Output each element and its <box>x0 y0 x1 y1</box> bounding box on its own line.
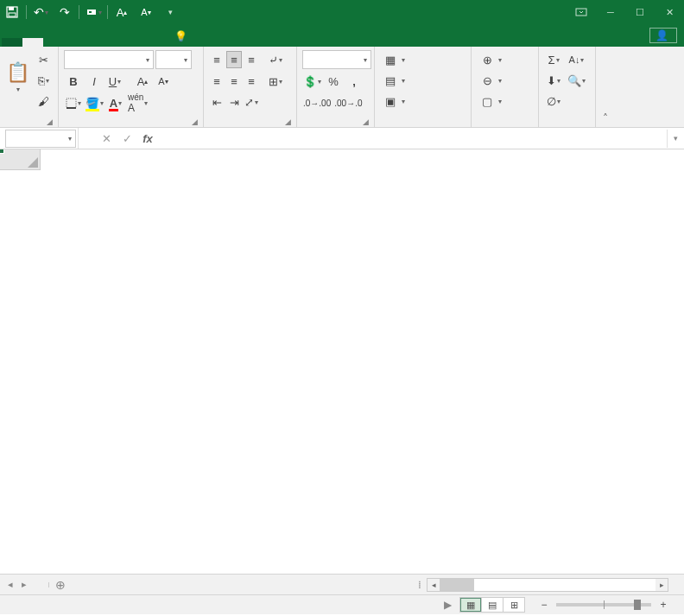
insert-function-button[interactable]: fx <box>137 130 158 148</box>
name-box[interactable]: ▾ <box>5 130 76 148</box>
dialog-launcher[interactable]: ◢ <box>285 117 291 126</box>
split-handle[interactable]: ⁞ <box>418 579 421 591</box>
redo-button[interactable]: ↷ <box>53 0 77 24</box>
cells-grid[interactable] <box>41 170 684 574</box>
save-button[interactable] <box>0 0 24 24</box>
dialog-launcher[interactable]: ◢ <box>47 117 53 126</box>
format-painter-button[interactable]: 🖌 <box>34 92 53 111</box>
share-button[interactable]: 👤 <box>649 28 677 43</box>
zoom-slider[interactable] <box>556 603 651 606</box>
clear-button[interactable]: ∅▾ <box>544 92 563 111</box>
paste-button[interactable]: 📋 ▾ <box>3 48 32 105</box>
formula-bar-row: ▾ ✕ ✓ fx ▾ <box>0 128 684 149</box>
dialog-launcher[interactable]: ◢ <box>192 117 198 126</box>
number-format-combo[interactable]: ▾ <box>302 50 371 69</box>
font-decrease-button[interactable]: A▾ <box>154 72 173 91</box>
normal-view-button[interactable]: ▦ <box>459 597 482 613</box>
sheet-tab-ellipsis[interactable] <box>35 582 49 587</box>
find-select-button[interactable]: 🔍▾ <box>567 71 586 90</box>
comma-button[interactable]: , <box>345 72 364 91</box>
tab-file[interactable] <box>2 38 22 47</box>
accounting-button[interactable]: 💲▾ <box>302 72 322 91</box>
svg-rect-1 <box>9 7 14 10</box>
insert-cells-button[interactable]: ⊕▾ <box>477 50 505 69</box>
font-increase-qat[interactable]: A▴ <box>110 0 134 24</box>
tell-me[interactable]: 💡 <box>168 27 634 47</box>
touch-mode-button[interactable]: ▾ <box>81 0 105 24</box>
delete-cells-button[interactable]: ⊖▾ <box>477 71 505 90</box>
italic-button[interactable]: I <box>85 72 104 91</box>
tab-layout[interactable] <box>64 38 85 47</box>
minimize-button[interactable]: ─ <box>596 0 625 24</box>
align-bottom-button[interactable]: ≡ <box>244 51 259 68</box>
tab-data[interactable] <box>105 38 126 47</box>
tab-review[interactable] <box>126 38 147 47</box>
phonetic-button[interactable]: wénA▾ <box>127 93 149 112</box>
sort-filter-button[interactable]: A↓▾ <box>567 50 586 69</box>
collapse-ribbon-button[interactable]: ˄ <box>596 47 615 127</box>
expand-formula-bar-button[interactable]: ▾ <box>667 130 684 148</box>
ribbon-options-button[interactable] <box>567 0 596 24</box>
align-top-button[interactable]: ≡ <box>209 51 225 68</box>
conditional-format-button[interactable]: ▦▾ <box>380 50 408 69</box>
close-button[interactable]: ✕ <box>655 0 684 24</box>
tab-formulas[interactable] <box>85 38 105 47</box>
qat-customize[interactable]: ▾ <box>158 0 182 24</box>
sheet-nav[interactable]: ◂▸ <box>0 579 35 590</box>
fill-color-button[interactable]: 🪣▾ <box>85 93 104 112</box>
tab-insert[interactable] <box>43 38 64 47</box>
zoom-out-button[interactable]: − <box>537 599 551 611</box>
tab-home[interactable] <box>22 38 43 47</box>
group-clipboard: 📋 ▾ ✂ ⎘▾ 🖌 ◢ <box>0 47 59 127</box>
bold-button[interactable]: B <box>64 72 83 91</box>
wrap-text-button[interactable]: ⤶▾ <box>266 50 285 69</box>
align-center-button[interactable]: ≡ <box>226 73 242 90</box>
cancel-formula-button[interactable]: ✕ <box>96 130 117 148</box>
scroll-thumb[interactable] <box>440 579 474 591</box>
indent-increase-button[interactable]: ⇥ <box>226 93 242 111</box>
font-decrease-qat[interactable]: A▾ <box>134 0 158 24</box>
horizontal-scrollbar[interactable]: ◂ ▸ <box>427 578 668 592</box>
align-middle-button[interactable]: ≡ <box>226 51 242 68</box>
scroll-right-button[interactable]: ▸ <box>656 579 668 591</box>
format-as-table-button[interactable]: ▤▾ <box>380 71 408 90</box>
scroll-left-button[interactable]: ◂ <box>428 579 440 591</box>
page-layout-view-button[interactable]: ▤ <box>481 597 504 613</box>
border-button[interactable]: ▾ <box>64 93 83 112</box>
new-sheet-button[interactable]: ⊕ <box>49 578 72 592</box>
font-size-combo[interactable]: ▾ <box>155 50 192 69</box>
macro-record-icon[interactable]: ▶ <box>444 599 452 611</box>
format-cells-button[interactable]: ▢▾ <box>477 92 505 111</box>
increase-decimal-button[interactable]: .0→.00 <box>302 93 332 112</box>
enter-formula-button[interactable]: ✓ <box>117 130 137 148</box>
maximize-button[interactable]: ☐ <box>625 0 655 24</box>
format-icon: ▢ <box>480 94 494 108</box>
align-left-button[interactable]: ≡ <box>209 73 225 90</box>
percent-button[interactable]: % <box>324 72 343 91</box>
bulb-icon: 💡 <box>174 30 187 42</box>
font-name-combo[interactable]: ▾ <box>64 50 154 69</box>
page-break-view-button[interactable]: ⊞ <box>503 597 525 613</box>
align-right-button[interactable]: ≡ <box>244 73 259 90</box>
delete-icon: ⊖ <box>480 73 494 87</box>
cell-styles-button[interactable]: ▣▾ <box>380 92 408 111</box>
tab-view[interactable] <box>147 38 168 47</box>
copy-button[interactable]: ⎘▾ <box>34 71 53 90</box>
fill-button[interactable]: ⬇▾ <box>544 71 563 90</box>
group-cells: ⊕▾ ⊖▾ ▢▾ <box>472 47 539 127</box>
orientation-button[interactable]: ⤢▾ <box>244 93 259 111</box>
indent-decrease-button[interactable]: ⇤ <box>209 93 225 111</box>
decrease-decimal-button[interactable]: .00→.0 <box>333 93 363 112</box>
undo-button[interactable]: ↶▾ <box>28 0 53 24</box>
zoom-in-button[interactable]: + <box>656 599 670 611</box>
dialog-launcher[interactable]: ◢ <box>363 117 369 126</box>
cut-button[interactable]: ✂ <box>34 50 53 69</box>
font-increase-button[interactable]: A▴ <box>133 72 152 91</box>
merge-button[interactable]: ⊞▾ <box>266 72 285 91</box>
autosum-button[interactable]: Σ▾ <box>544 50 563 69</box>
share-icon: 👤 <box>656 29 668 41</box>
formula-input[interactable] <box>158 130 667 148</box>
underline-button[interactable]: U▾ <box>105 72 124 91</box>
select-all-corner[interactable] <box>0 149 41 170</box>
font-color-button[interactable]: A▾ <box>106 93 125 112</box>
